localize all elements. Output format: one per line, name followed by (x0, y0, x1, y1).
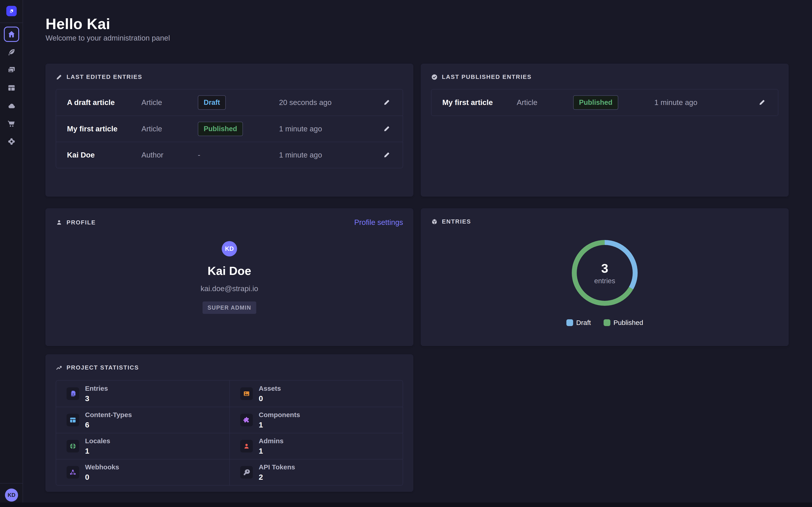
entry-name: My first article (442, 98, 517, 107)
sidebar-item-content-manager[interactable] (5, 46, 18, 59)
gear-icon (7, 137, 16, 146)
entry-time: 1 minute ago (654, 98, 754, 107)
entries-panel: Entries 3 entries Draft Published (421, 209, 789, 346)
profile-avatar: KD (222, 241, 237, 257)
legend-label: Draft (576, 319, 591, 327)
trend-up-icon (56, 364, 62, 371)
edit-entry-button[interactable] (757, 97, 767, 108)
stat-label: Entries (85, 385, 108, 392)
profile-panel: Profile Profile settings KD Kai Doe kai.… (46, 209, 413, 346)
sidebar-item-media-library[interactable] (5, 64, 18, 76)
strapi-logo[interactable] (6, 6, 17, 16)
table-row: Kai Doe Author - 1 minute ago (56, 142, 403, 168)
sidebar-divider (0, 22, 22, 23)
pencil-icon (383, 99, 391, 106)
stat-value: 3 (85, 394, 108, 403)
check-circle-icon (431, 74, 438, 80)
page-title: Hello Kai (46, 15, 110, 33)
status-badge: Published (198, 122, 243, 136)
layout-icon (66, 414, 79, 426)
sidebar-item-content-type-builder[interactable] (5, 81, 18, 94)
key-icon (240, 466, 253, 478)
chart-legend: Draft Published (566, 319, 643, 327)
stat-label: Components (259, 411, 300, 419)
pencil-icon (56, 74, 62, 80)
home-icon (7, 30, 16, 39)
globe-icon (66, 440, 79, 452)
image-icon (240, 387, 253, 400)
sidebar-divider (0, 483, 22, 484)
entry-type: Article (517, 98, 573, 107)
stat-components: Components 1 (230, 407, 403, 433)
stats-grid: Entries 3 Assets 0 Content-Types 6 (56, 380, 403, 486)
donut-total-label: entries (594, 277, 615, 285)
stat-label: API Tokens (259, 463, 295, 471)
last-published-table: My first article Article Published 1 min… (431, 89, 778, 116)
user-icon (240, 440, 253, 452)
last-edited-entries-panel: Last edited entries A draft article Arti… (46, 64, 413, 196)
stat-value: 0 (259, 394, 281, 403)
feather-icon (7, 48, 16, 57)
stat-webhooks: Webhooks 0 (56, 459, 230, 485)
stat-label: Locales (85, 437, 110, 445)
table-row: My first article Article Published 1 min… (56, 116, 403, 142)
cloud-icon (7, 102, 16, 110)
stat-content-types: Content-Types 6 (56, 407, 230, 433)
window-bottom-edge (0, 503, 812, 507)
legend-item-published: Published (604, 319, 643, 327)
sidebar-item-home[interactable] (4, 26, 19, 42)
status-badge: Draft (198, 95, 226, 110)
edit-entry-button[interactable] (382, 150, 392, 160)
puzzle-icon (240, 414, 253, 426)
page-subtitle: Welcome to your administration panel (46, 34, 170, 42)
donut-total: 3 (601, 261, 608, 276)
sidebar-item-settings[interactable] (5, 135, 18, 148)
user-avatar[interactable]: KD (5, 489, 18, 502)
stat-value: 1 (85, 447, 110, 455)
stat-label: Admins (259, 437, 284, 445)
stat-entries: Entries 3 (56, 381, 230, 407)
pencil-icon (759, 99, 766, 106)
layout-icon (7, 83, 16, 92)
status-empty: - (198, 151, 200, 159)
last-published-entries-panel: Last published entries My first article … (421, 64, 789, 196)
entry-time: 1 minute ago (279, 151, 378, 159)
stat-assets: Assets 0 (230, 381, 403, 407)
table-row: My first article Article Published 1 min… (432, 90, 778, 116)
entry-type: Article (141, 98, 198, 107)
pencil-icon (383, 151, 391, 158)
stat-value: 1 (259, 447, 284, 455)
profile-settings-link[interactable]: Profile settings (354, 218, 403, 227)
profile-name: Kai Doe (207, 264, 251, 278)
table-row: A draft article Article Draft 20 seconds… (56, 90, 403, 116)
draft-swatch (566, 319, 573, 326)
panel-title: Last published entries (442, 73, 531, 80)
panel-title: Profile (66, 219, 96, 226)
project-statistics-panel: Project Statistics Entries 3 Assets 0 (46, 354, 413, 492)
stat-value: 1 (259, 420, 300, 429)
strapi-logo-icon (8, 8, 15, 14)
legend-label: Published (613, 319, 643, 327)
sidebar-item-marketplace[interactable] (5, 117, 18, 130)
stat-label: Webhooks (85, 463, 119, 471)
stat-label: Assets (259, 385, 281, 392)
entries-donut-chart: 3 entries (572, 240, 638, 306)
user-icon (56, 219, 62, 226)
stat-api-tokens: API Tokens 2 (230, 459, 403, 485)
sidebar-item-cloud[interactable] (5, 100, 18, 112)
profile-email: kai.doe@strapi.io (201, 284, 258, 293)
webhook-icon (66, 466, 79, 478)
sidebar: KD (0, 0, 23, 507)
entry-time: 1 minute ago (279, 125, 378, 133)
edit-entry-button[interactable] (382, 124, 392, 134)
stat-label: Content-Types (85, 411, 132, 419)
edit-entry-button[interactable] (382, 97, 392, 108)
entry-name: Kai Doe (67, 151, 141, 159)
panel-title: Entries (442, 218, 471, 225)
last-edited-table: A draft article Article Draft 20 seconds… (56, 89, 403, 168)
media-library-icon (7, 66, 16, 74)
stat-value: 0 (85, 473, 119, 482)
entry-time: 20 seconds ago (279, 98, 378, 107)
entry-type: Author (141, 151, 198, 159)
cart-icon (7, 119, 16, 128)
